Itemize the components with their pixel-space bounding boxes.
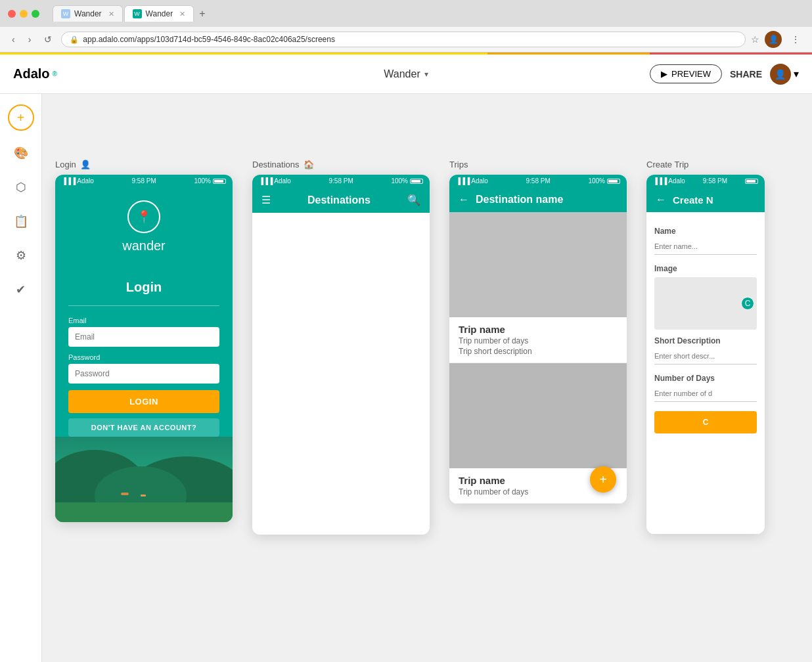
login-label-text: Login — [55, 160, 76, 169]
login-button[interactable]: LOGIN — [68, 390, 219, 413]
create-trip-screen-label: Create Trip — [646, 160, 688, 169]
sidebar-item-settings[interactable]: ⚙ — [9, 244, 33, 267]
wander-brand: wander — [122, 238, 166, 254]
main-layout: + 🎨 ⬡ 📋 ⚙ ✔ Login 👤 ▐▐▐ Adalo 9:58 PM — [0, 94, 812, 662]
create-status-bar: ▐▐▐ Adalo 9:58 PM — [646, 175, 765, 187]
sidebar: + 🎨 ⬡ 📋 ⚙ ✔ — [0, 94, 42, 662]
image-upload-area[interactable]: C — [654, 277, 757, 330]
trips-phone: ▐▐▐ Adalo 9:58 PM 100% ← Destination nam… — [449, 175, 627, 504]
email-input[interactable] — [68, 327, 219, 347]
destinations-content — [252, 213, 430, 535]
trips-nav: ← Destination name — [449, 187, 627, 212]
destinations-label-text: Destinations — [252, 160, 300, 169]
user-avatar-browser[interactable]: 👤 — [765, 31, 782, 48]
dest-status-left: ▐▐▐ Adalo — [259, 177, 291, 185]
add-component-button[interactable]: + — [8, 104, 34, 131]
preview-button[interactable]: ▶ PREVIEW — [650, 64, 722, 83]
destinations-screen-container: Destinations 🏠 ▐▐▐ Adalo 9:58 PM 100% — [252, 160, 430, 535]
close-traffic-light[interactable] — [8, 10, 16, 18]
short-desc-field-label: Short Description — [654, 336, 757, 345]
login-header-area: 📍 wander — [55, 187, 233, 273]
destinations-screen-label: Destinations 🏠 — [252, 160, 314, 169]
maximize-traffic-light[interactable] — [32, 10, 39, 18]
wander-logo-letter: 📍 — [137, 210, 151, 224]
trips-battery-text: 100% — [588, 177, 605, 185]
login-signal-icon: ▐▐▐ — [62, 177, 76, 185]
trip-image-2 — [449, 363, 627, 468]
login-screen-body: 📍 wander Login Email Password LOGIN — [55, 187, 233, 522]
create-trip-submit-button[interactable]: C — [654, 411, 757, 433]
trips-status-right: 100% — [588, 177, 620, 185]
tab-close-1[interactable]: ✕ — [108, 10, 114, 18]
new-tab-button[interactable]: + — [195, 7, 209, 21]
dest-battery-text: 100% — [391, 177, 408, 185]
sidebar-item-database[interactable]: 📋 — [9, 210, 33, 233]
destinations-phone: ▐▐▐ Adalo 9:58 PM 100% ☰ Destinations 🔍 — [252, 175, 430, 535]
tab-wander-2[interactable]: W Wander ✕ — [124, 5, 194, 22]
image-circle-icon[interactable]: C — [741, 297, 754, 310]
address-bar[interactable]: 🔒 app.adalo.com/apps/103d714d-bc59-4546-… — [61, 32, 746, 47]
create-trip-nav: ← Create N — [646, 187, 765, 212]
login-divider — [68, 305, 219, 306]
name-field-input[interactable] — [654, 238, 757, 255]
login-status-bar: ▐▐▐ Adalo 9:58 PM 100% — [55, 175, 233, 187]
trips-carrier: Adalo — [471, 177, 488, 185]
forward-nav-button[interactable]: › — [24, 32, 35, 47]
browser-titlebar: W Wander ✕ W Wander ✕ + — [0, 0, 812, 27]
create-back-icon[interactable]: ← — [656, 194, 666, 206]
reload-button[interactable]: ↺ — [40, 32, 56, 47]
trips-screen-label: Trips — [449, 160, 468, 169]
minimize-traffic-light[interactable] — [20, 10, 28, 18]
chevron-down-icon[interactable]: ▾ — [424, 70, 428, 79]
login-form-area: Login Email Password LOGIN DON'T HAVE AN… — [55, 273, 233, 437]
traffic-lights — [8, 10, 39, 18]
back-icon[interactable]: ← — [459, 194, 469, 206]
play-icon: ▶ — [661, 69, 667, 79]
app-name-text: Wander — [384, 68, 420, 80]
bookmark-button[interactable]: ☆ — [751, 34, 759, 45]
canvas: Login 👤 ▐▐▐ Adalo 9:58 PM 100% — [42, 94, 812, 662]
trip-image-1 — [449, 212, 627, 317]
search-icon[interactable]: 🔍 — [407, 194, 420, 206]
trips-signal-icon: ▐▐▐ — [456, 177, 470, 185]
trip-days-1: Trip number of days — [459, 336, 618, 345]
browser-toolbar: ‹ › ↺ 🔒 app.adalo.com/apps/103d714d-bc59… — [0, 27, 812, 53]
dest-time: 9:58 PM — [329, 177, 353, 185]
back-nav-button[interactable]: ‹ — [8, 32, 19, 47]
login-landscape-image — [55, 437, 233, 522]
login-title: Login — [68, 280, 219, 295]
create-signal-icon: ▐▐▐ — [653, 177, 667, 185]
share-button[interactable]: SHARE — [730, 69, 762, 79]
tab-wander-1[interactable]: W Wander ✕ — [53, 5, 123, 22]
hamburger-icon[interactable]: ☰ — [261, 194, 271, 206]
trips-fab-button[interactable]: + — [590, 466, 616, 493]
signup-button[interactable]: DON'T HAVE AN ACCOUNT? — [68, 418, 219, 437]
sidebar-item-checklist[interactable]: ✔ — [9, 278, 33, 301]
password-input[interactable] — [68, 364, 219, 384]
menu-button[interactable]: ⋮ — [787, 32, 804, 47]
user-menu[interactable]: 👤 ▾ — [770, 64, 799, 85]
login-screen-container: Login 👤 ▐▐▐ Adalo 9:58 PM 100% — [55, 160, 233, 522]
wander-logo-circle: 📍 — [127, 200, 160, 233]
adalo-logo-text: Adalo — [13, 66, 50, 81]
trip-card-2[interactable]: Trip name Trip number of days + — [449, 363, 627, 504]
trip-card-1[interactable]: Trip name Trip number of days Trip short… — [449, 212, 627, 363]
trips-time: 9:58 PM — [526, 177, 551, 185]
create-carrier: Adalo — [668, 177, 685, 185]
email-label: Email — [68, 317, 219, 324]
create-status-left: ▐▐▐ Adalo — [653, 177, 685, 185]
home-icon: 🏠 — [304, 160, 314, 169]
tab-bar: W Wander ✕ W Wander ✕ + — [53, 5, 210, 22]
tab-close-2[interactable]: ✕ — [179, 10, 185, 18]
trips-nav-title: Destination name — [476, 194, 618, 206]
tab-label-2: Wander — [146, 9, 173, 18]
destinations-nav-title: Destinations — [307, 194, 371, 206]
user-menu-chevron: ▾ — [794, 68, 799, 80]
create-trip-label-text: Create Trip — [646, 160, 688, 169]
num-days-field-input[interactable] — [654, 386, 757, 402]
sidebar-item-palette[interactable]: 🎨 — [9, 141, 33, 165]
sidebar-item-layers[interactable]: ⬡ — [9, 175, 33, 199]
login-screen-label: Login 👤 — [55, 160, 91, 169]
short-desc-field-input[interactable] — [654, 348, 757, 364]
user-avatar: 👤 — [770, 64, 791, 85]
